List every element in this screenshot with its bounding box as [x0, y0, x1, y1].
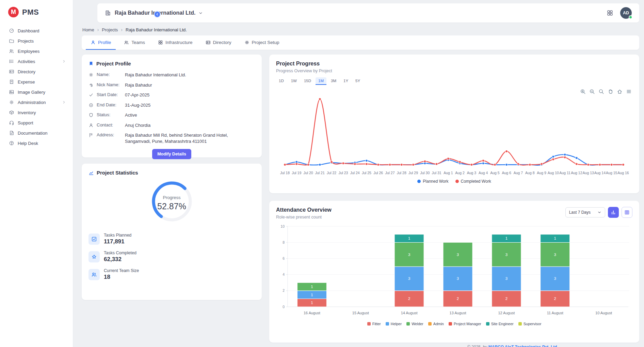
chevron-right-icon [62, 59, 66, 63]
sidebar-item-label: Activities [18, 59, 35, 64]
field-status: Status: Active [88, 112, 255, 118]
bar-view-toggle[interactable] [608, 207, 619, 218]
field-label: Status: [97, 112, 122, 117]
svg-text:1: 1 [505, 236, 508, 240]
stat-value: 62,332 [104, 256, 136, 263]
stat-tasks-completed: Tasks Completed 62,332 [88, 248, 255, 266]
sidebar-item-support[interactable]: Support [0, 118, 73, 128]
svg-text:1: 1 [554, 236, 556, 240]
range-5y[interactable]: 5Y [353, 77, 363, 85]
chevron-right-icon [62, 100, 66, 104]
list-icon [9, 59, 14, 64]
sidebar-item-label: Administration [18, 100, 46, 105]
sidebar-item-label: Documentation [18, 131, 47, 136]
sidebar-item-expense[interactable]: Expense [0, 77, 73, 87]
chevron-left-icon [156, 13, 159, 16]
svg-text:13 August: 13 August [450, 311, 466, 315]
sidebar-item-help-desk[interactable]: Help Desk [0, 138, 73, 148]
date-range-dropdown[interactable]: Last 7 Days [565, 207, 605, 217]
legend-item[interactable]: Welder [406, 322, 423, 326]
tab-infrastructure[interactable]: Infrastructure [153, 35, 197, 50]
document-icon [9, 130, 14, 136]
range-1w[interactable]: 1W [288, 77, 300, 85]
svg-text:8: 8 [283, 240, 285, 244]
company-link[interactable]: MARCO AIoT Technologies Pvt. Ltd. [488, 345, 558, 347]
tab-directory[interactable]: Directory [201, 35, 236, 50]
svg-text:3: 3 [457, 253, 459, 257]
user-avatar[interactable]: AD [620, 7, 632, 19]
svg-text:3: 3 [505, 253, 508, 257]
flag-icon [88, 133, 94, 138]
sidebar-item-activities[interactable]: Activities [0, 56, 73, 66]
modify-details-button[interactable]: Modify Details [152, 149, 191, 159]
sidebar-item-administration[interactable]: Administration [0, 97, 73, 107]
legend-item[interactable]: Fitter [367, 322, 381, 326]
range-3m[interactable]: 3M [328, 77, 339, 85]
breadcrumb-home[interactable]: Home [82, 27, 94, 32]
tab-teams[interactable]: Teams [119, 35, 150, 50]
people-icon [124, 40, 129, 45]
svg-text:2: 2 [554, 297, 556, 301]
svg-text:1: 1 [311, 301, 313, 305]
table-view-toggle[interactable] [622, 207, 632, 218]
range-15d[interactable]: 15D [301, 77, 314, 85]
headset-icon [9, 120, 14, 125]
sidebar-item-label: Image Gallery [18, 90, 45, 95]
legend-item[interactable]: Project Manager [449, 322, 481, 326]
svg-text:10 August: 10 August [595, 311, 612, 315]
sidebar-nav: Dashboard Projects Employees Activities … [0, 26, 73, 148]
legend-item[interactable]: Completed Work [455, 179, 491, 184]
stat-team-size: Current Team Size 18 [88, 266, 255, 283]
svg-text:2: 2 [283, 288, 285, 292]
avatar-initials: AD [623, 11, 629, 15]
legend-item[interactable]: Helper [386, 322, 402, 326]
legend-item[interactable]: Site Engineer [486, 322, 514, 326]
stat-value: 18 [104, 274, 139, 281]
sidebar-item-employees[interactable]: Employees [0, 46, 73, 56]
pan-hand-icon[interactable] [608, 89, 613, 94]
field-value: Active [125, 112, 255, 118]
sidebar-item-dashboard[interactable]: Dashboard [0, 26, 73, 36]
sidebar-item-directory[interactable]: Directory [0, 66, 73, 77]
breadcrumb-projects[interactable]: Projects [102, 27, 118, 32]
zoom-out-icon[interactable] [589, 89, 595, 94]
sidebar-collapse-button[interactable] [154, 11, 161, 18]
sidebar-item-image-gallery[interactable]: Image Gallery [0, 87, 73, 97]
zoom-in-icon[interactable] [580, 89, 586, 94]
field-label: Nick Name: [97, 82, 122, 87]
sidebar-item-documentation[interactable]: Documentation [0, 128, 73, 138]
range-1m[interactable]: 1M [316, 77, 326, 85]
tab-label: Project Setup [252, 40, 279, 45]
field-name: Name: Raja Bahadur International Ltd. [88, 72, 255, 78]
sidebar-item-inventory[interactable]: Inventory [0, 107, 73, 118]
legend-item[interactable]: Supervisor [518, 322, 542, 326]
range-1y[interactable]: 1Y [341, 77, 351, 85]
sidebar-item-projects[interactable]: Projects [0, 36, 73, 46]
apps-grid-icon[interactable] [607, 10, 613, 16]
tab-profile[interactable]: Profile [86, 35, 116, 50]
sidebar-item-label: Dashboard [18, 28, 39, 33]
project-profile-card: Project Profile Name: Raja Bahadur Inter… [82, 55, 262, 157]
sidebar-item-label: Projects [18, 39, 34, 44]
project-statistics-card: Project Statistics Progress 52.87% Tasks… [82, 164, 262, 300]
id-card-icon [206, 40, 211, 45]
selection-zoom-icon[interactable] [598, 89, 604, 94]
chevron-down-icon[interactable] [198, 11, 203, 15]
people-icon [9, 48, 14, 54]
sidebar-item-label: Help Desk [18, 141, 38, 146]
legend-item[interactable]: Planned Work [417, 179, 448, 184]
legend-item[interactable]: Admin [428, 322, 444, 326]
tab-bar: Profile Teams Infrastructure Directory P… [82, 35, 639, 50]
tab-project-setup[interactable]: Project Setup [240, 35, 284, 50]
sidebar-item-label: Support [18, 120, 33, 125]
app-logo[interactable]: M PMS [0, 0, 73, 23]
stat-label: Tasks Planned [104, 233, 131, 238]
online-status-dot [629, 15, 632, 19]
copyright-text: © 2025, by [467, 345, 487, 347]
tab-label: Profile [98, 40, 111, 45]
range-1d[interactable]: 1D [276, 77, 287, 85]
home-reset-icon[interactable] [617, 89, 623, 94]
tab-label: Teams [131, 40, 145, 45]
menu-icon[interactable] [626, 89, 632, 94]
field-value: Anuj Chordia [125, 122, 255, 129]
